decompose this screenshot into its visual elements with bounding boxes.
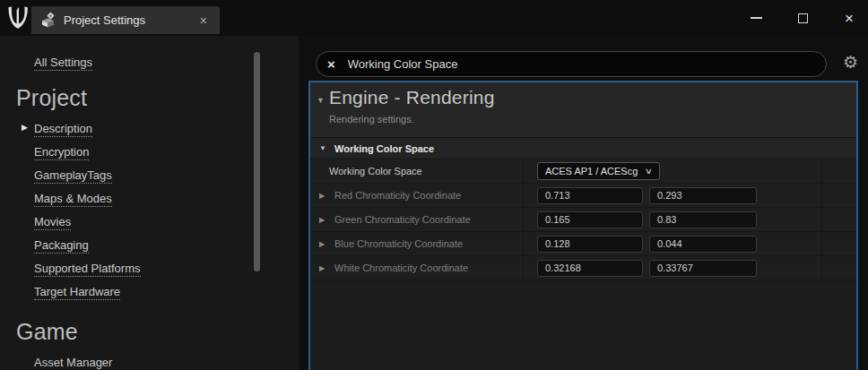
search-input[interactable] [348,57,815,71]
property-label: White Chromaticity Coordinate [334,262,468,273]
white-x-input[interactable] [537,260,643,277]
category-collapse-caret-icon[interactable]: ▼ [319,144,326,152]
green-y-input[interactable] [649,211,757,228]
sidebar-item-asset-manager[interactable]: Asset Manager [34,354,299,370]
sidebar-item-all-settings[interactable]: All Settings [34,55,92,71]
panel-subtitle: Rendering settings. [329,114,856,125]
project-settings-tab-icon [40,13,56,28]
properties-table: Working Color Space ACES AP1 / ACEScg ∨ … [310,159,856,280]
maximize-button[interactable] [791,6,814,30]
row-working-color-space: Working Color Space ACES AP1 / ACEScg ∨ [310,159,856,184]
tab-project-settings[interactable]: Project Settings × [31,6,220,34]
red-y-input[interactable] [649,187,757,204]
sidebar-item-target-hardware[interactable]: Target Hardware [34,283,299,306]
row-green-chromaticity: ▶ Green Chromaticity Coordinate [310,208,856,232]
settings-main-area: × ⚙ ▼ Engine - Rendering Rendering setti… [299,36,868,370]
property-label: Blue Chromaticity Coordinate [334,238,463,249]
working-color-space-dropdown[interactable]: ACES AP1 / ACEScg ∨ [537,162,660,180]
property-label: Working Color Space [329,166,422,176]
title-bar: Project Settings × × [0,0,868,36]
minimize-button[interactable] [744,6,768,30]
tab-close-icon[interactable]: × [196,13,211,28]
search-bar[interactable]: × [316,51,827,77]
settings-gear-icon[interactable]: ⚙ [843,54,858,71]
sidebar-heading-game: Game [16,319,299,345]
row-red-chromaticity: ▶ Red Chromaticity Coordinate [310,184,856,208]
minimize-icon [751,17,762,19]
maximize-icon [798,13,808,23]
panel-collapse-caret-icon[interactable]: ▼ [317,96,325,105]
expander-caret-icon[interactable]: ▶ [319,216,325,224]
window-controls: × [744,0,861,36]
expander-caret-icon[interactable]: ▶ [319,264,325,272]
expander-caret-icon[interactable]: ▶ [319,192,325,200]
panel-title: Engine - Rendering [329,87,856,108]
panel-header: ▼ Engine - Rendering Rendering settings. [310,82,856,137]
sidebar-scrollbar[interactable] [254,52,260,271]
close-icon: × [845,11,854,26]
white-y-input[interactable] [649,260,757,277]
tab-label: Project Settings [64,13,196,27]
red-x-input[interactable] [537,187,643,204]
reset-column-divider [821,159,822,280]
search-clear-icon[interactable]: × [327,56,335,72]
green-x-input[interactable] [537,211,643,228]
dropdown-selected-value: ACES AP1 / ACEScg [545,166,638,176]
category-working-color-space[interactable]: ▼ Working Color Space [310,137,856,159]
engine-rendering-panel: ▼ Engine - Rendering Rendering settings.… [308,81,858,370]
unreal-engine-logo-icon [7,6,29,30]
selected-item-caret-icon: ▶ [22,123,28,132]
row-white-chromaticity: ▶ White Chromaticity Coordinate [310,256,856,280]
category-label: Working Color Space [334,143,434,154]
settings-sidebar: All Settings Project ▶ Description Encry… [0,36,299,370]
blue-x-input[interactable] [537,236,643,253]
close-button[interactable]: × [838,6,861,30]
project-settings-window: Project Settings × × All Settings Projec… [0,0,868,370]
expander-caret-icon[interactable]: ▶ [319,240,325,248]
blue-y-input[interactable] [649,236,757,253]
property-label: Green Chromaticity Coordinate [334,214,471,225]
property-label: Red Chromaticity Coordinate [334,190,461,201]
chevron-down-icon: ∨ [645,167,653,176]
row-blue-chromaticity: ▶ Blue Chromaticity Coordinate [310,232,856,256]
